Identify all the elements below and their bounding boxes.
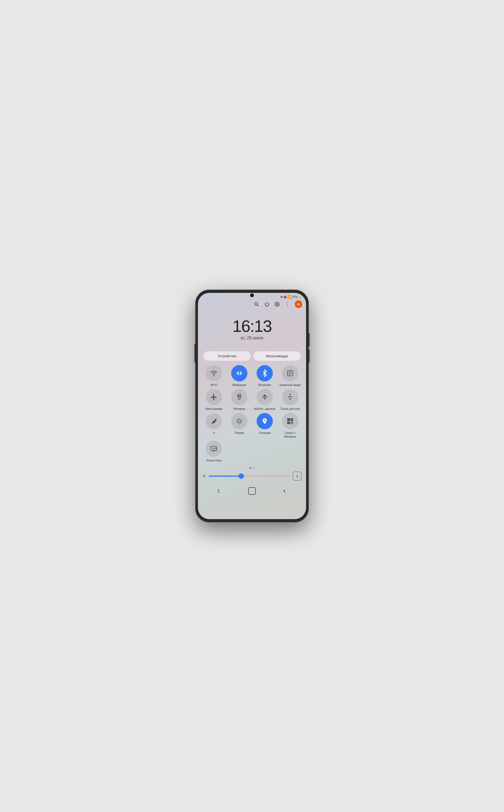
svg-point-2 bbox=[277, 304, 278, 305]
svg-rect-10 bbox=[291, 418, 293, 421]
tile-data[interactable]: Мобил. данные bbox=[253, 389, 276, 411]
svg-rect-9 bbox=[287, 418, 290, 421]
tile-flashlight[interactable]: Фонарик bbox=[228, 389, 251, 411]
volume-up-button[interactable] bbox=[309, 333, 310, 347]
flashlight-label: Фонарик bbox=[233, 407, 245, 411]
windows-label: Связь с Windows bbox=[278, 431, 302, 439]
svg-point-8 bbox=[238, 420, 241, 422]
back-button[interactable] bbox=[280, 486, 289, 496]
dot-1 bbox=[250, 467, 251, 469]
bluetooth-status-icon: ✱ bbox=[280, 296, 283, 299]
wifi-label: Wi-Fi bbox=[210, 383, 217, 387]
tile-windows[interactable]: Связь с Windows bbox=[278, 413, 302, 439]
reader-icon bbox=[282, 365, 298, 381]
eco-label: я bbox=[213, 431, 215, 435]
clock-time: 16:13 bbox=[198, 318, 306, 335]
page-indicator bbox=[198, 464, 306, 470]
svg-rect-11 bbox=[287, 422, 290, 424]
svg-point-7 bbox=[290, 399, 290, 400]
smartview-icon bbox=[206, 441, 222, 457]
phone-device: ✱ 🔇 📶 97% 🔋 ⋮ H 16:13 вт, 29 июня bbox=[195, 290, 309, 522]
top-action-bar: ⋮ H bbox=[198, 300, 306, 310]
camera-notch bbox=[250, 293, 254, 297]
location-icon bbox=[257, 413, 273, 429]
phone-screen: ✱ 🔇 📶 97% 🔋 ⋮ H 16:13 вт, 29 июня bbox=[198, 293, 306, 519]
tile-eco[interactable]: я bbox=[202, 413, 226, 439]
vibration-icon bbox=[231, 365, 247, 381]
home-icon bbox=[248, 487, 256, 495]
tile-reader[interactable]: Книжный экран bbox=[278, 365, 302, 387]
bluetooth-icon bbox=[257, 365, 273, 381]
hotspot-icon bbox=[282, 389, 298, 405]
signal-status-icon: 📶 bbox=[287, 295, 291, 299]
tile-vibration[interactable]: Вибрация bbox=[228, 365, 251, 387]
tile-bluetooth[interactable]: Bluetooth bbox=[253, 365, 276, 387]
vibration-label: Вибрация bbox=[233, 383, 246, 387]
flashlight-icon bbox=[231, 389, 247, 405]
tab-media[interactable]: Мультимедиа bbox=[253, 351, 301, 361]
tile-mode[interactable]: Режим bbox=[228, 413, 251, 439]
brightness-slider[interactable] bbox=[209, 476, 290, 477]
mode-icon bbox=[231, 413, 247, 429]
tile-airplane[interactable]: Авиа-режим bbox=[202, 389, 226, 411]
svg-point-3 bbox=[214, 375, 214, 376]
tile-hotspot[interactable]: Точка доступа bbox=[278, 389, 302, 411]
wifi-icon bbox=[206, 365, 222, 381]
power-icon[interactable] bbox=[264, 301, 270, 307]
search-icon[interactable] bbox=[254, 301, 260, 307]
user-avatar[interactable]: H bbox=[295, 301, 302, 308]
windows-icon bbox=[282, 413, 298, 429]
data-icon bbox=[257, 389, 273, 405]
power-button[interactable] bbox=[194, 344, 195, 363]
tile-smartview[interactable]: Smart View bbox=[202, 441, 226, 462]
settings-icon[interactable] bbox=[274, 301, 280, 307]
location-label: Локация bbox=[259, 431, 271, 435]
expand-button[interactable]: ∨ bbox=[293, 471, 302, 481]
expand-icon: ∨ bbox=[296, 474, 299, 478]
clock-date: вт, 29 июня bbox=[198, 336, 306, 341]
svg-point-6 bbox=[239, 396, 240, 397]
hotspot-label: Точка доступа bbox=[280, 407, 300, 411]
data-label: Мобил. данные bbox=[254, 407, 275, 411]
tile-wifi[interactable]: Wi-Fi bbox=[202, 365, 226, 387]
mute-status-icon: 🔇 bbox=[283, 296, 287, 299]
dot-2 bbox=[253, 467, 254, 469]
reader-label: Книжный экран bbox=[280, 383, 301, 387]
volume-down-button[interactable] bbox=[309, 349, 310, 363]
mode-label: Режим bbox=[235, 431, 244, 435]
brightness-control: ☀ ∨ bbox=[198, 470, 306, 482]
recents-button[interactable] bbox=[215, 486, 224, 496]
battery-label: 97% bbox=[292, 296, 298, 299]
svg-line-1 bbox=[257, 305, 259, 306]
airplane-label: Авиа-режим bbox=[205, 407, 222, 411]
navigation-bar bbox=[198, 483, 306, 500]
eco-icon bbox=[206, 413, 222, 429]
brightness-thumb[interactable] bbox=[238, 473, 244, 479]
tab-devices[interactable]: Устройства bbox=[203, 351, 251, 361]
tab-buttons-row: Устройства Мультимедиа bbox=[198, 343, 306, 365]
tile-location[interactable]: Локация bbox=[253, 413, 276, 439]
quick-tiles-grid: Wi-Fi Вибрация Bluetooth Книжный экран bbox=[198, 365, 306, 462]
smartview-label: Smart View bbox=[206, 458, 221, 462]
battery-icon: 🔋 bbox=[299, 296, 302, 299]
brightness-icon: ☀ bbox=[202, 474, 206, 479]
airplane-icon bbox=[206, 389, 222, 405]
more-icon[interactable]: ⋮ bbox=[284, 301, 290, 307]
bluetooth-label: Bluetooth bbox=[258, 383, 271, 387]
home-button[interactable] bbox=[247, 486, 257, 496]
time-display: 16:13 вт, 29 июня bbox=[198, 310, 306, 343]
svg-point-0 bbox=[255, 302, 258, 305]
